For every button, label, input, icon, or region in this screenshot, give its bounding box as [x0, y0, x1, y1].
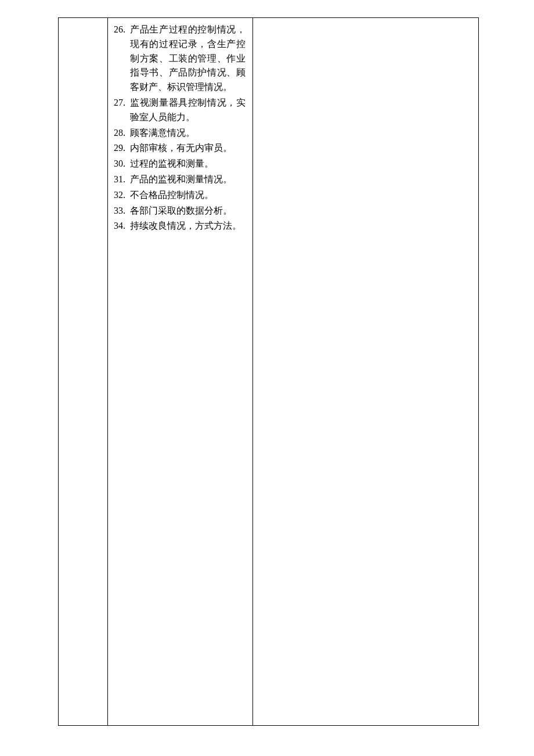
- item-text: 产品的监视和测量情况。: [130, 172, 246, 187]
- list-item: 26. 产品生产过程的控制情况，现有的过程记录，含生产控制方案、工装的管理、作业…: [114, 23, 246, 95]
- table-col3: [253, 18, 479, 726]
- list-item: 30. 过程的监视和测量。: [114, 157, 246, 171]
- item-number: 33.: [114, 204, 130, 218]
- item-text: 过程的监视和测量。: [130, 157, 246, 171]
- item-number: 32.: [114, 188, 130, 203]
- item-number: 27.: [114, 96, 130, 125]
- item-text: 各部门采取的数据分析。: [130, 204, 246, 218]
- item-text: 顾客满意情况。: [130, 126, 246, 141]
- item-text: 不合格品控制情况。: [130, 188, 246, 203]
- list-item: 28. 顾客满意情况。: [114, 126, 246, 141]
- item-text: 内部审核，有无内审员。: [130, 141, 246, 156]
- item-text: 持续改良情况，方式方法。: [130, 219, 246, 233]
- item-number: 29.: [114, 141, 130, 156]
- item-number: 30.: [114, 157, 130, 171]
- table-col2: 26. 产品生产过程的控制情况，现有的过程记录，含生产控制方案、工装的管理、作业…: [108, 18, 253, 726]
- list-content: 26. 产品生产过程的控制情况，现有的过程记录，含生产控制方案、工装的管理、作业…: [108, 18, 252, 239]
- item-text: 监视测量器具控制情况，实验室人员能力。: [130, 96, 246, 125]
- document-table: 26. 产品生产过程的控制情况，现有的过程记录，含生产控制方案、工装的管理、作业…: [58, 17, 479, 726]
- item-number: 31.: [114, 172, 130, 187]
- list-item: 29. 内部审核，有无内审员。: [114, 141, 246, 156]
- item-number: 26.: [114, 23, 130, 95]
- list-item: 31. 产品的监视和测量情况。: [114, 172, 246, 187]
- item-number: 28.: [114, 126, 130, 141]
- table-col1: [59, 18, 108, 726]
- list-item: 32. 不合格品控制情况。: [114, 188, 246, 203]
- list-item: 34. 持续改良情况，方式方法。: [114, 219, 246, 233]
- item-number: 34.: [114, 219, 130, 233]
- list-item: 33. 各部门采取的数据分析。: [114, 204, 246, 218]
- list-item: 27. 监视测量器具控制情况，实验室人员能力。: [114, 96, 246, 125]
- item-text: 产品生产过程的控制情况，现有的过程记录，含生产控制方案、工装的管理、作业指导书、…: [130, 23, 246, 95]
